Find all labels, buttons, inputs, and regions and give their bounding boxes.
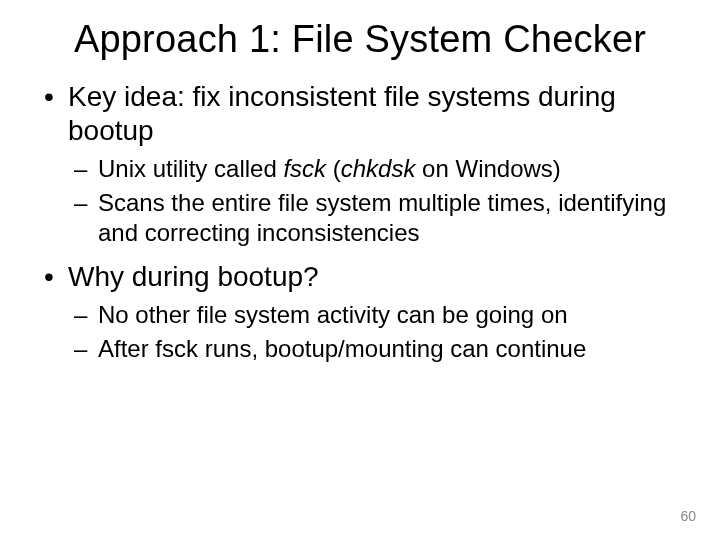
sub-bullet-after-fsck: After fsck runs, bootup/mounting can con…	[68, 334, 680, 364]
text-fsck: fsck	[283, 155, 326, 182]
bullet-why-bootup: Why during bootup? No other file system …	[40, 260, 680, 364]
sub-bullet-no-activity: No other file system activity can be goi…	[68, 300, 680, 330]
text-fragment: (	[326, 155, 341, 182]
bullet-list-level2: Unix utility called fsck (chkdsk on Wind…	[68, 154, 680, 248]
sub-bullet-scans: Scans the entire file system multiple ti…	[68, 188, 680, 248]
page-number: 60	[680, 508, 696, 524]
bullet-list-level2: No other file system activity can be goi…	[68, 300, 680, 364]
text-chkdsk: chkdsk	[341, 155, 416, 182]
bullet-key-idea: Key idea: fix inconsistent file systems …	[40, 80, 680, 248]
slide: Approach 1: File System Checker Key idea…	[0, 0, 720, 540]
text-fragment: Unix utility called	[98, 155, 283, 182]
sub-bullet-unix-utility: Unix utility called fsck (chkdsk on Wind…	[68, 154, 680, 184]
text-fragment: on Windows)	[415, 155, 560, 182]
bullet-list-level1: Key idea: fix inconsistent file systems …	[40, 80, 680, 364]
slide-title: Approach 1: File System Checker	[40, 18, 680, 62]
bullet-text: Why during bootup?	[68, 261, 319, 292]
bullet-text: Key idea: fix inconsistent file systems …	[68, 81, 616, 146]
bullet-text: After fsck runs, bootup/mounting can con…	[98, 335, 586, 362]
bullet-text: No other file system activity can be goi…	[98, 301, 568, 328]
bullet-text: Scans the entire file system multiple ti…	[98, 189, 666, 246]
